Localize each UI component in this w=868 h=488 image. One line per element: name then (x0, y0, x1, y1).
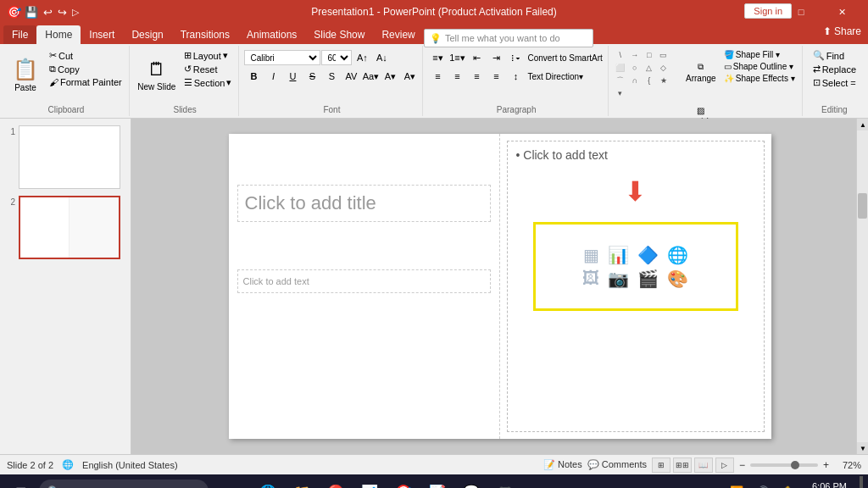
round-rect-shape[interactable]: ⬜ (614, 62, 627, 74)
picture-icon[interactable]: 🖼 (582, 269, 599, 288)
select-button[interactable]: ⊡ Select = (810, 76, 860, 89)
comments-button[interactable]: 💬 Comments (587, 459, 647, 470)
line-spacing-button[interactable]: ↕ (506, 68, 525, 85)
present-icon[interactable]: ▷ (72, 7, 79, 18)
oval-shape[interactable]: ○ (628, 62, 642, 74)
zoom-level[interactable]: 72% (834, 460, 861, 470)
notes-button[interactable]: 📝 Notes (543, 459, 582, 470)
save-icon[interactable]: 💾 (25, 6, 38, 19)
zoom-thumb[interactable] (791, 461, 799, 469)
reset-button[interactable]: ↺ Reset (181, 63, 236, 75)
bold-button[interactable]: B (244, 68, 263, 85)
volume-icon[interactable]: 🔊 (750, 480, 774, 488)
decrease-font-button[interactable]: A↓ (372, 49, 391, 66)
shadow-button[interactable]: S (322, 68, 341, 85)
cortana-search[interactable]: 🔍 I'm Cortana. Ask me anything. (39, 480, 209, 488)
align-right-button[interactable]: ≡ (467, 68, 486, 85)
taskbar-app8-icon[interactable]: 🎮 (490, 476, 520, 488)
tab-design[interactable]: Design (123, 25, 171, 44)
char-spacing-button[interactable]: AV (342, 68, 360, 85)
scroll-thumb[interactable] (858, 193, 867, 219)
smartart-content-icon[interactable]: 🔷 (637, 245, 659, 265)
tab-animations[interactable]: Animations (238, 25, 305, 44)
clock-display[interactable]: 6:06 PM 11/17/2020 (803, 480, 856, 488)
increase-indent-button[interactable]: ⇥ (487, 49, 505, 66)
content-icons-box[interactable]: ▦ 📊 🔷 🌐 🖼 📷 🎬 🎨 (533, 222, 738, 311)
brace-shape[interactable]: { (643, 75, 656, 86)
start-button[interactable]: ⊞ (5, 476, 36, 488)
font-size-select[interactable]: 60 (321, 50, 352, 65)
arrow-shape[interactable]: → (628, 49, 642, 61)
bullet-text-area[interactable]: • Click to add text (508, 141, 764, 169)
triangle-shape[interactable]: △ (643, 62, 656, 74)
video-icon[interactable]: 🎬 (637, 269, 659, 289)
bullets-button[interactable]: ≡▾ (428, 49, 447, 66)
highlight-button[interactable]: A▾ (400, 68, 419, 85)
network-icon[interactable]: 📶 (725, 480, 748, 488)
screenshot-icon[interactable]: 🌐 (667, 245, 688, 265)
redo-icon[interactable]: ↪ (58, 6, 67, 19)
find-button[interactable]: 🔍 Find (810, 49, 848, 62)
notification-icon[interactable]: 🔔 (776, 480, 799, 488)
align-left-button[interactable]: ≡ (428, 68, 447, 85)
paste-button[interactable]: 📋 Paste (7, 49, 44, 100)
strikethrough-button[interactable]: S (303, 68, 321, 85)
numbering-button[interactable]: 1≡▾ (448, 49, 466, 66)
tab-slideshow[interactable]: Slide Show (305, 25, 373, 44)
font-color-button[interactable]: A▾ (381, 68, 399, 85)
shapes-content-icon[interactable]: 🎨 (667, 269, 688, 289)
curve-shape[interactable]: ⌒ (614, 75, 627, 86)
chevron-icon[interactable]: ^ (699, 480, 723, 488)
copy-button[interactable]: ⧉ Copy (46, 63, 125, 75)
rect2-shape[interactable]: ▭ (657, 49, 670, 61)
vertical-scrollbar[interactable]: ▲ ▼ (856, 119, 868, 454)
normal-view-button[interactable]: ⊞ (652, 458, 670, 473)
shape-outline-button[interactable]: ▭ Shape Outline ▾ (721, 61, 798, 72)
line-shape[interactable]: \ (614, 49, 627, 61)
show-desktop-button[interactable] (860, 476, 863, 488)
slide-2-thumbnail[interactable] (19, 196, 120, 259)
section-button[interactable]: ☰ Section ▾ (181, 76, 236, 89)
close-button[interactable]: ✕ (822, 0, 861, 24)
reading-view-button[interactable]: 📖 (694, 458, 713, 473)
online-picture-icon[interactable]: 📷 (608, 269, 629, 289)
scroll-up-button[interactable]: ▲ (857, 119, 868, 130)
zoom-slider[interactable] (750, 463, 818, 467)
arrange-button[interactable]: ⧉ Arrange (683, 49, 719, 96)
shape-fill-button[interactable]: 🪣 Shape Fill ▾ (721, 49, 798, 60)
text-placeholder[interactable]: Click to add text (237, 269, 491, 293)
format-painter-button[interactable]: 🖌 Format Painter (46, 76, 125, 88)
italic-button[interactable]: I (264, 68, 282, 85)
star-shape[interactable]: ★ (657, 75, 670, 86)
align-center-button[interactable]: ≡ (448, 68, 466, 85)
layout-button[interactable]: ⊞ Layout ▾ (181, 49, 236, 62)
taskbar-app7-icon[interactable]: 💬 (456, 476, 487, 488)
text-direction-button[interactable]: Text Direction▾ (526, 70, 585, 83)
taskbar-powerpoint-icon[interactable]: 🎯 (388, 476, 419, 488)
change-case-button[interactable]: Aa▾ (361, 68, 380, 85)
tab-home[interactable]: Home (36, 25, 81, 44)
zoom-plus-button[interactable]: + (823, 459, 829, 471)
replace-button[interactable]: ⇄ Replace (810, 63, 860, 75)
shape-effects-button[interactable]: ✨ Shape Effects ▾ (721, 73, 798, 84)
justify-button[interactable]: ≡ (487, 68, 505, 85)
new-slide-button[interactable]: 🗒 New Slide (135, 49, 179, 100)
table-icon[interactable]: ▦ (583, 245, 599, 265)
undo-icon[interactable]: ↩ (43, 6, 53, 19)
task-view-button[interactable]: ⧉ (212, 476, 242, 488)
arc-shape[interactable]: ∩ (628, 75, 642, 86)
title-placeholder[interactable]: Click to add title (237, 185, 491, 222)
diamond-shape[interactable]: ◇ (657, 62, 670, 74)
scroll-track[interactable] (857, 130, 868, 442)
taskbar-word-icon[interactable]: 📝 (422, 476, 453, 488)
slide-1-thumbnail[interactable] (19, 125, 120, 189)
share-button[interactable]: ⬆ Share (823, 25, 861, 37)
slideshow-view-button[interactable]: ▷ (715, 458, 734, 473)
search-bar[interactable]: 💡 Tell me what you want to do (424, 29, 593, 47)
more-shapes-btn[interactable]: ▾ (614, 87, 627, 99)
tab-transitions[interactable]: Transitions (172, 25, 238, 44)
columns-button[interactable]: ⫶▾ (506, 49, 525, 66)
scroll-down-button[interactable]: ▼ (857, 442, 868, 454)
zoom-minus-button[interactable]: − (739, 459, 745, 471)
decrease-indent-button[interactable]: ⇤ (467, 49, 486, 66)
